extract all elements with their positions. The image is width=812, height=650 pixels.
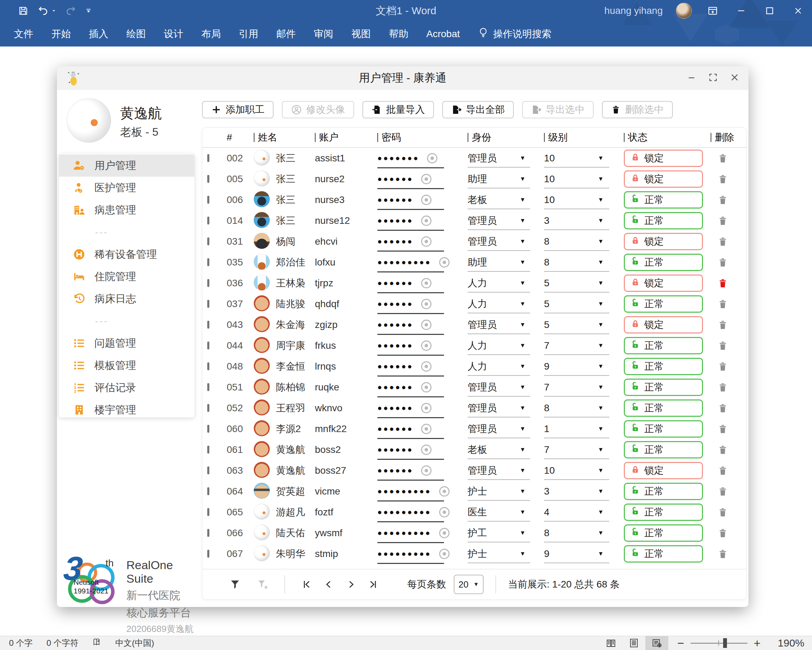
word-count[interactable]: 0 个字 bbox=[9, 638, 33, 648]
next-page-button[interactable] bbox=[341, 575, 361, 594]
zoom-slider-handle[interactable] bbox=[723, 638, 727, 648]
show-password-eye-icon[interactable] bbox=[421, 403, 432, 413]
identity-select[interactable]: 管理员▼ bbox=[468, 460, 544, 481]
show-password-eye-icon[interactable] bbox=[421, 465, 432, 476]
identity-select[interactable]: 人力▼ bbox=[468, 273, 544, 294]
identity-select[interactable]: 人力▼ bbox=[468, 294, 544, 314]
status-toggle-button[interactable]: 正常 bbox=[624, 212, 703, 229]
toolbar-button-修改头像[interactable]: 修改头像 bbox=[282, 101, 354, 118]
level-select[interactable]: 5▼ bbox=[544, 314, 624, 335]
show-password-eye-icon[interactable] bbox=[427, 153, 437, 163]
show-password-eye-icon[interactable] bbox=[421, 299, 432, 309]
level-select[interactable]: 7▼ bbox=[544, 335, 624, 356]
tab-文件[interactable]: 文件 bbox=[5, 21, 42, 46]
show-password-eye-icon[interactable] bbox=[421, 444, 432, 455]
identity-select[interactable]: 护士▼ bbox=[468, 543, 544, 564]
delete-row-icon[interactable] bbox=[711, 423, 735, 435]
web-layout-icon[interactable] bbox=[646, 636, 668, 650]
level-select[interactable]: 5▼ bbox=[544, 273, 624, 294]
status-toggle-button[interactable]: 锁定 bbox=[624, 150, 703, 167]
toolbar-button-导出选中[interactable]: 导出选中 bbox=[522, 101, 594, 118]
status-toggle-button[interactable]: 锁定 bbox=[624, 316, 703, 334]
show-password-eye-icon[interactable] bbox=[421, 424, 432, 434]
identity-select[interactable]: 管理员▼ bbox=[468, 398, 544, 418]
level-select[interactable]: 8▼ bbox=[544, 523, 624, 543]
identity-select[interactable]: 护工▼ bbox=[468, 523, 544, 543]
print-layout-icon[interactable] bbox=[623, 636, 646, 650]
sidebar-item-楼宇管理[interactable]: 楼宇管理 bbox=[59, 399, 194, 421]
zoom-level[interactable]: 190% bbox=[771, 637, 804, 649]
row-checkbox[interactable] bbox=[207, 383, 209, 391]
tab-视图[interactable]: 视图 bbox=[342, 21, 380, 46]
show-password-eye-icon[interactable] bbox=[421, 237, 432, 247]
status-toggle-button[interactable]: 正常 bbox=[624, 400, 703, 417]
level-select[interactable]: 3▼ bbox=[544, 481, 624, 502]
per-page-select[interactable]: 20 ▼ bbox=[454, 575, 484, 594]
sidebar-item-住院管理[interactable]: 住院管理 bbox=[59, 265, 194, 288]
status-toggle-button[interactable]: 正常 bbox=[624, 378, 703, 396]
status-toggle-button[interactable]: 正常 bbox=[624, 358, 703, 375]
delete-row-icon[interactable] bbox=[711, 236, 735, 247]
show-password-eye-icon[interactable] bbox=[421, 361, 432, 372]
level-select[interactable]: 10▼ bbox=[544, 148, 624, 169]
sidebar-item-医护管理[interactable]: 医护管理 bbox=[59, 177, 194, 199]
maximize-button[interactable] bbox=[762, 3, 777, 18]
row-checkbox[interactable] bbox=[207, 300, 209, 308]
level-select[interactable]: 7▼ bbox=[544, 377, 624, 398]
delete-row-icon[interactable] bbox=[711, 528, 735, 539]
account-avatar[interactable] bbox=[676, 3, 692, 19]
delete-row-icon[interactable] bbox=[711, 361, 735, 372]
toolbar-button-导出全部[interactable]: 导出全部 bbox=[442, 101, 514, 118]
sidebar-item-模板管理[interactable]: 模板管理 bbox=[59, 354, 194, 377]
row-checkbox[interactable] bbox=[207, 362, 209, 370]
toolbar-button-删除选中[interactable]: 删除选中 bbox=[602, 101, 673, 118]
identity-select[interactable]: 人力▼ bbox=[468, 356, 544, 377]
delete-row-icon[interactable] bbox=[711, 278, 735, 289]
delete-row-icon[interactable] bbox=[711, 444, 735, 455]
row-checkbox[interactable] bbox=[207, 425, 209, 433]
tab-开始[interactable]: 开始 bbox=[42, 21, 80, 46]
row-checkbox[interactable] bbox=[207, 196, 209, 204]
delete-row-icon[interactable] bbox=[711, 153, 735, 164]
identity-select[interactable]: 医生▼ bbox=[468, 502, 544, 523]
show-password-eye-icon[interactable] bbox=[421, 195, 432, 205]
show-password-eye-icon[interactable] bbox=[421, 174, 432, 184]
row-checkbox[interactable] bbox=[207, 279, 209, 287]
row-checkbox[interactable] bbox=[207, 550, 209, 558]
show-password-eye-icon[interactable] bbox=[439, 549, 450, 559]
row-checkbox[interactable] bbox=[207, 237, 209, 246]
show-password-eye-icon[interactable] bbox=[421, 320, 432, 330]
status-toggle-button[interactable]: 正常 bbox=[624, 337, 703, 354]
identity-select[interactable]: 老板▼ bbox=[468, 439, 544, 460]
level-select[interactable]: 10▼ bbox=[544, 189, 624, 210]
delete-row-icon[interactable] bbox=[711, 257, 735, 268]
tab-插入[interactable]: 插入 bbox=[80, 21, 118, 46]
clear-filter-icon[interactable] bbox=[253, 575, 273, 594]
language-indicator[interactable]: 中文(中国) bbox=[115, 638, 154, 648]
status-toggle-button[interactable]: 正常 bbox=[624, 254, 703, 271]
dialog-close-icon[interactable] bbox=[730, 73, 739, 84]
sidebar-item-病患管理[interactable]: 病患管理 bbox=[59, 199, 194, 221]
show-password-eye-icon[interactable] bbox=[421, 278, 432, 288]
save-icon[interactable] bbox=[18, 6, 29, 16]
sidebar-item-病床日志[interactable]: 病床日志 bbox=[59, 288, 194, 310]
identity-select[interactable]: 管理员▼ bbox=[468, 418, 544, 439]
identity-select[interactable]: 护士▼ bbox=[468, 481, 544, 502]
status-toggle-button[interactable]: 正常 bbox=[624, 504, 703, 521]
status-toggle-button[interactable]: 正常 bbox=[624, 191, 703, 209]
undo-button[interactable] bbox=[38, 5, 56, 16]
ribbon-display-options-icon[interactable] bbox=[705, 3, 720, 18]
delete-row-icon[interactable] bbox=[711, 174, 735, 185]
show-password-eye-icon[interactable] bbox=[421, 215, 432, 226]
zoom-out-button[interactable]: − bbox=[674, 636, 688, 650]
dialog-fullscreen-icon[interactable] bbox=[708, 73, 718, 84]
delete-row-icon[interactable] bbox=[711, 486, 735, 497]
status-toggle-button[interactable]: 正常 bbox=[624, 420, 703, 438]
char-count[interactable]: 0 个字符 bbox=[47, 638, 78, 648]
status-toggle-button[interactable]: 正常 bbox=[624, 524, 703, 542]
status-toggle-button[interactable]: 锁定 bbox=[624, 462, 703, 479]
status-toggle-button[interactable]: 正常 bbox=[624, 545, 703, 563]
show-password-eye-icon[interactable] bbox=[421, 340, 432, 351]
zoom-in-button[interactable]: + bbox=[750, 636, 764, 650]
tab-布局[interactable]: 布局 bbox=[192, 21, 230, 46]
